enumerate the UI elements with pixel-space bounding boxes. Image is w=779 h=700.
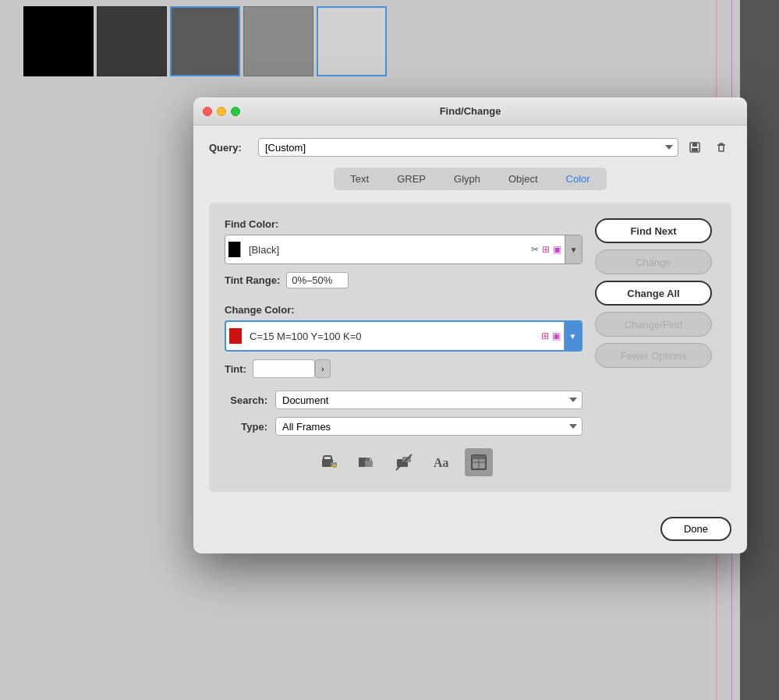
find-color-picker[interactable]: [Black] ✂ ⊞ ▣ ▼ bbox=[225, 235, 582, 264]
include-locked-layers-btn[interactable]: 🔒 bbox=[315, 448, 343, 476]
tab-glyph[interactable]: Glyph bbox=[440, 170, 494, 188]
include-master-pages-btn[interactable] bbox=[465, 448, 493, 476]
tint-range-label: Tint Range: bbox=[225, 274, 280, 286]
swatch-verylightgray[interactable] bbox=[317, 6, 387, 76]
svg-rect-9 bbox=[324, 456, 331, 461]
done-button[interactable]: Done bbox=[660, 517, 731, 541]
swatches-bar bbox=[23, 0, 387, 83]
dialog-footer: Done bbox=[193, 507, 747, 553]
swatch-black[interactable] bbox=[23, 6, 94, 76]
change-color-swatch bbox=[229, 328, 242, 344]
minimize-button[interactable] bbox=[217, 107, 226, 116]
svg-rect-1 bbox=[692, 143, 697, 147]
right-column: Find Next Change Change All Change/Find … bbox=[595, 218, 716, 476]
color-grid-icon: ⊞ bbox=[542, 244, 550, 255]
title-bar: Find/Change bbox=[193, 97, 747, 126]
save-query-button[interactable] bbox=[685, 138, 705, 157]
tint-range-input[interactable] bbox=[286, 272, 349, 288]
dialog-title: Find/Change bbox=[440, 105, 501, 117]
tab-object[interactable]: Object bbox=[494, 170, 552, 188]
maximize-button[interactable] bbox=[231, 107, 240, 116]
tabs-bar: Text GREP Glyph Object Color bbox=[334, 168, 606, 190]
tint-range-row: Tint Range: bbox=[225, 272, 582, 288]
case-sensitive-icon: Aa bbox=[432, 453, 451, 472]
locked-objects-icon bbox=[357, 453, 376, 472]
color-box2-icon: ▣ bbox=[552, 331, 561, 341]
include-locked-objects-btn[interactable] bbox=[352, 448, 381, 476]
svg-rect-20 bbox=[472, 455, 486, 459]
find-color-dropdown[interactable]: ▼ bbox=[565, 235, 582, 263]
find-color-swatch bbox=[228, 242, 241, 257]
delete-query-button[interactable] bbox=[711, 138, 731, 157]
scissors-icon: ✂ bbox=[531, 244, 539, 255]
tab-color[interactable]: Color bbox=[552, 170, 604, 188]
svg-rect-2 bbox=[692, 148, 698, 151]
search-select[interactable]: Document Selection All Documents bbox=[275, 391, 582, 409]
query-row: Query: [Custom] bbox=[209, 138, 731, 157]
query-select[interactable]: [Custom] bbox=[258, 138, 678, 157]
change-button[interactable]: Change bbox=[595, 249, 712, 274]
save-icon bbox=[689, 141, 701, 154]
type-select[interactable]: All Frames Text Frames Graphic Frames Un… bbox=[275, 417, 582, 436]
trash-icon bbox=[715, 141, 728, 154]
tint-label: Tint: bbox=[225, 363, 246, 375]
tab-text[interactable]: Text bbox=[336, 170, 383, 188]
dialog-body: Find Color: [Black] ✂ ⊞ ▣ ▼ Tint Range: bbox=[209, 203, 731, 492]
dialog-content: Query: [Custom] bbox=[193, 126, 747, 507]
locked-layers-icon: 🔒 bbox=[320, 453, 338, 472]
type-label: Type: bbox=[225, 421, 267, 433]
fewer-options-button[interactable]: Fewer Options bbox=[595, 343, 712, 368]
find-color-name: [Black] bbox=[244, 244, 528, 256]
traffic-lights bbox=[203, 107, 240, 116]
change-all-button[interactable]: Change All bbox=[595, 281, 712, 306]
left-column: Find Color: [Black] ✂ ⊞ ▣ ▼ Tint Range: bbox=[225, 218, 582, 476]
color-box-icon: ▣ bbox=[553, 244, 561, 255]
svg-text:Aa: Aa bbox=[434, 456, 449, 469]
find-color-icons: ✂ ⊞ ▣ bbox=[528, 244, 565, 255]
tint-row: Tint: › bbox=[225, 359, 582, 378]
case-sensitive-btn[interactable]: Aa bbox=[427, 448, 455, 476]
change-color-name: C=15 M=100 Y=100 K=0 bbox=[245, 331, 536, 342]
close-button[interactable] bbox=[203, 107, 212, 116]
swatch-lightgray[interactable] bbox=[243, 6, 313, 76]
hidden-layers-icon bbox=[395, 453, 413, 472]
swatch-darkgray[interactable] bbox=[97, 6, 167, 76]
find-color-label: Find Color: bbox=[225, 218, 582, 230]
bottom-icons-row: 🔒 bbox=[225, 448, 582, 476]
tab-grep[interactable]: GREP bbox=[383, 170, 440, 188]
svg-rect-3 bbox=[719, 145, 724, 151]
color-grid2-icon: ⊞ bbox=[541, 331, 549, 341]
query-label: Query: bbox=[209, 142, 252, 154]
change-color-dropdown[interactable]: ▼ bbox=[564, 322, 581, 350]
change-color-picker[interactable]: C=15 M=100 Y=100 K=0 ⊞ ▣ ▼ bbox=[225, 320, 582, 352]
find-change-dialog: Find/Change Query: [Custom] bbox=[193, 97, 747, 553]
include-hidden-layers-btn[interactable] bbox=[390, 448, 418, 476]
tint-arrow-btn[interactable]: › bbox=[315, 359, 331, 378]
type-row: Type: All Frames Text Frames Graphic Fra… bbox=[225, 417, 582, 436]
change-find-button[interactable]: Change/Find bbox=[595, 312, 712, 337]
change-color-label: Change Color: bbox=[225, 304, 582, 316]
swatch-medgray[interactable] bbox=[170, 6, 240, 76]
change-color-icons: ⊞ ▣ bbox=[536, 331, 564, 341]
svg-text:🔒: 🔒 bbox=[331, 462, 338, 468]
search-label: Search: bbox=[225, 394, 267, 406]
master-pages-icon bbox=[469, 453, 488, 472]
find-next-button[interactable]: Find Next bbox=[595, 218, 712, 243]
tint-value-box[interactable] bbox=[253, 359, 315, 378]
search-row: Search: Document Selection All Documents bbox=[225, 391, 582, 409]
